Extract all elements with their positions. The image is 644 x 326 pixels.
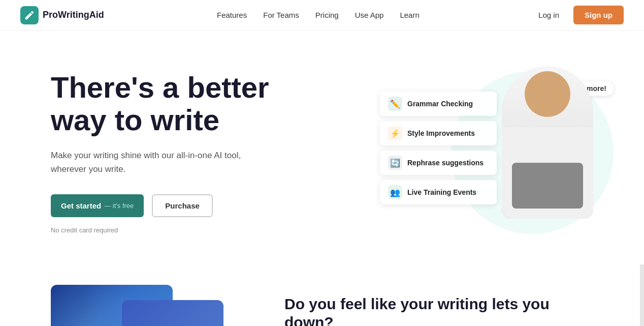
section-two: My idea in my head Do you feel like your… [0,264,644,326]
chip-training-label: Live Training Events [407,188,476,196]
chip-grammar: ✏️ Grammar Checking [380,92,497,116]
navbar-links: Features For Teams Pricing Use App Learn [217,11,420,19]
signup-button[interactable]: Sign up [573,6,624,24]
login-button[interactable]: Log in [532,7,565,23]
nav-learn[interactable]: Learn [400,11,419,19]
chip-rephrase-label: Rephrase suggestions [407,159,484,167]
chip-style-label: Style Improvements [407,129,475,137]
brand-logo[interactable]: ProWritingAid [20,6,104,24]
hero-illustration: ...and more! + ✏️ Grammar Checking ⚡ Sty… [380,61,624,244]
hero-section: There's a better way to write Make your … [0,31,644,264]
chip-rephrase: 🔄 Rephrase suggestions [380,151,497,175]
brand-icon [20,6,39,24]
nav-use-app[interactable]: Use App [355,11,384,19]
section-two-text: Do you feel like your writing lets you d… [284,285,593,326]
section-two-title: Do you feel like your writing lets you d… [284,295,593,326]
navbar-actions: Log in Sign up [532,6,624,24]
person-illustration [492,66,603,239]
chip-grammar-icon: ✏️ [388,97,402,111]
hero-chips: ✏️ Grammar Checking ⚡ Style Improvements… [380,92,497,204]
chip-style: ⚡ Style Improvements [380,121,497,145]
purchase-button[interactable]: Purchase [152,194,213,217]
hero-title: There's a better way to write [51,71,269,136]
brand-name: ProWritingAid [43,10,104,20]
chip-style-icon: ⚡ [388,126,402,140]
get-started-main: Get started [61,201,101,210]
person-body [502,66,593,219]
section-two-images: My idea in my head [51,285,254,326]
nav-pricing[interactable]: Pricing [315,11,339,19]
person-head [525,71,570,117]
chip-rephrase-icon: 🔄 [388,156,402,170]
nav-features[interactable]: Features [217,11,247,19]
hero-subtitle: Make your writing shine with our all-in-… [51,149,264,176]
image-front [122,300,223,326]
person-shirt [502,127,593,219]
get-started-sub: — it's free [104,202,134,210]
person-laptop [512,163,583,209]
chip-training: 👥 Live Training Events [380,180,497,204]
nav-for-teams[interactable]: For Teams [263,11,299,19]
get-started-button[interactable]: Get started — it's free [51,194,144,217]
chip-training-icon: 👥 [388,185,402,199]
chip-grammar-label: Grammar Checking [407,100,473,108]
navbar: ProWritingAid Features For Teams Pricing… [0,0,644,31]
brand-svg-icon [24,10,35,21]
hero-left: There's a better way to write Make your … [51,71,269,234]
hero-cta: Get started — it's free Purchase [51,194,269,217]
image-stack: My idea in my head [51,285,223,326]
hero-note: No credit card required [51,226,269,234]
